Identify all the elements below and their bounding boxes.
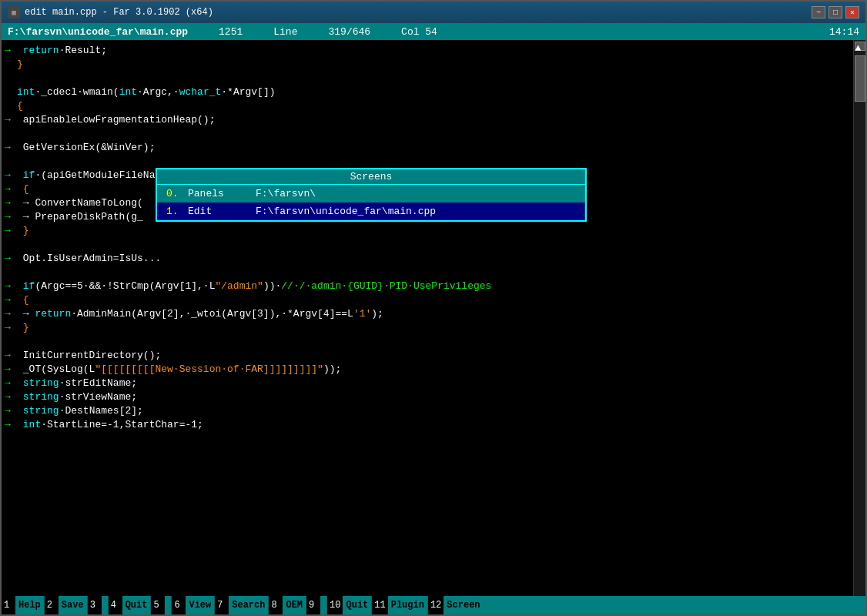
code-line: → GetVersionEx(&WinVer); bbox=[2, 140, 853, 154]
fn8-label: OEM bbox=[283, 596, 306, 614]
fn7-num: 7 bbox=[215, 596, 229, 614]
fn7-label: Search bbox=[229, 596, 268, 614]
minimize-button[interactable]: − bbox=[812, 6, 825, 18]
item-name: Edit bbox=[188, 206, 249, 217]
item-num: 0. bbox=[166, 188, 182, 199]
fn9-num: 9 bbox=[306, 596, 320, 614]
code-line: → _OT(SysLog(L"[[[[[[[[[New·Session·of·F… bbox=[2, 362, 853, 376]
code-line bbox=[2, 154, 853, 168]
fn3-key[interactable]: 3 bbox=[88, 596, 109, 614]
line-position: 319/646 bbox=[328, 26, 370, 38]
fn9-label bbox=[320, 596, 326, 614]
code-line bbox=[2, 237, 853, 251]
fn4-key[interactable]: 4 Quit bbox=[109, 596, 152, 614]
code-line: → int·StartLine=-1,StartChar=-1; bbox=[2, 417, 853, 431]
fn1-label: Help bbox=[15, 596, 44, 614]
fn11-key[interactable]: 11 Plugin bbox=[372, 596, 428, 614]
code-line bbox=[2, 71, 853, 85]
fn6-key[interactable]: 6 View bbox=[172, 596, 215, 614]
close-button[interactable]: ✕ bbox=[845, 6, 859, 18]
line-label: Line bbox=[273, 26, 297, 38]
fn6-label: View bbox=[186, 596, 214, 614]
code-line: { bbox=[2, 99, 853, 112]
screens-dialog[interactable]: Screens 0. Panels F:\farsvn\ 1. Edit F:\… bbox=[156, 168, 587, 222]
fn2-num: 2 bbox=[45, 596, 59, 614]
fn2-key[interactable]: 2 Save bbox=[45, 596, 88, 614]
fn12-label: Screen bbox=[444, 596, 483, 614]
fn3-num: 3 bbox=[88, 596, 102, 614]
fn5-label bbox=[165, 596, 171, 614]
fn5-num: 5 bbox=[151, 596, 165, 614]
code-line: → string·DestNames[2]; bbox=[2, 403, 853, 417]
item-path: F:\farsvn\unicode_far\main.cpp bbox=[256, 206, 576, 217]
code-line: → Opt.IsUserAdmin=IsUs... bbox=[2, 251, 853, 265]
fn7-key[interactable]: 7 Search bbox=[215, 596, 269, 614]
fn4-num: 4 bbox=[109, 596, 122, 614]
code-line: → { bbox=[2, 293, 853, 306]
code-line: → return·Result; bbox=[2, 43, 853, 57]
app-icon: ▦ bbox=[8, 6, 20, 18]
vertical-scrollbar[interactable]: ▲ bbox=[853, 40, 865, 596]
screens-item-edit[interactable]: 1. Edit F:\farsvn\unicode_far\main.cpp bbox=[157, 203, 585, 220]
code-line: } bbox=[2, 57, 853, 71]
code-line: int·_cdecl·wmain(int·Argc,·wchar_t·*Argv… bbox=[2, 85, 853, 99]
item-path: F:\farsvn\ bbox=[256, 188, 576, 199]
status-bar-top: F:\farsvn\unicode_far\main.cpp 1251 Line… bbox=[2, 23, 865, 40]
file-path: F:\farsvn\unicode_far\main.cpp bbox=[8, 26, 188, 38]
dialog-title: Screens bbox=[157, 169, 585, 185]
code-line: → } bbox=[2, 223, 853, 237]
code-line: → string·strEditName; bbox=[2, 376, 853, 390]
fn3-label bbox=[102, 596, 108, 614]
fn6-num: 6 bbox=[172, 596, 186, 614]
fn10-key[interactable]: 10 Quit bbox=[327, 596, 372, 614]
code-line: → InitCurrentDirectory(); bbox=[2, 348, 853, 362]
screens-item-panels[interactable]: 0. Panels F:\farsvn\ bbox=[157, 185, 585, 203]
code-line bbox=[2, 126, 853, 140]
code-line bbox=[2, 334, 853, 348]
code-line: → } bbox=[2, 320, 853, 334]
fn1-num: 1 bbox=[2, 596, 15, 614]
code-line: → apiEnableLowFragmentationHeap(); bbox=[2, 112, 853, 126]
fn5-key[interactable]: 5 bbox=[151, 596, 172, 614]
fn10-num: 10 bbox=[327, 596, 343, 614]
col-position: Col 54 bbox=[401, 26, 437, 38]
fn9-key[interactable]: 9 bbox=[306, 596, 327, 614]
file-size: 1251 bbox=[219, 26, 243, 38]
item-num: 1. bbox=[166, 206, 182, 217]
fn12-num: 12 bbox=[428, 596, 444, 614]
fn8-key[interactable]: 8 OEM bbox=[269, 596, 306, 614]
editor-content[interactable]: → return·Result; } int·_cdecl·wmain(int·… bbox=[2, 40, 853, 596]
clock: 14:14 bbox=[829, 26, 859, 38]
fn12-key[interactable]: 12 Screen bbox=[428, 596, 484, 614]
fn8-num: 8 bbox=[269, 596, 283, 614]
window-title: edit main.cpp - Far 3.0.1902 (x64) bbox=[25, 7, 213, 18]
editor-area: → return·Result; } int·_cdecl·wmain(int·… bbox=[2, 40, 865, 596]
fnkey-bar: 1 Help 2 Save 3 4 Quit 5 6 View 7 Search… bbox=[2, 596, 865, 614]
item-name: Panels bbox=[188, 188, 249, 199]
fn1-key[interactable]: 1 Help bbox=[2, 596, 45, 614]
code-line: → string·strViewName; bbox=[2, 390, 853, 403]
title-bar-controls: − □ ✕ bbox=[812, 6, 859, 18]
scrollbar-up-arrow[interactable]: ▲ bbox=[855, 42, 865, 51]
fn11-num: 11 bbox=[372, 596, 387, 614]
code-line bbox=[2, 265, 853, 279]
title-bar-left: ▦ edit main.cpp - Far 3.0.1902 (x64) bbox=[8, 6, 213, 18]
code-line: → if(Argc==5·&&·!StrCmp(Argv[1],·L"/admi… bbox=[2, 279, 853, 293]
arrow-icon: → bbox=[5, 45, 14, 56]
fn4-label: Quit bbox=[122, 596, 151, 614]
code-line: → → return·AdminMain(Argv[2],·_wtoi(Argv… bbox=[2, 306, 853, 320]
title-bar: ▦ edit main.cpp - Far 3.0.1902 (x64) − □… bbox=[2, 2, 865, 23]
fn2-label: Save bbox=[59, 596, 87, 614]
maximize-button[interactable]: □ bbox=[829, 6, 842, 18]
main-window: ▦ edit main.cpp - Far 3.0.1902 (x64) − □… bbox=[0, 0, 867, 616]
scrollbar-thumb[interactable] bbox=[855, 55, 865, 102]
fn10-label: Quit bbox=[343, 596, 371, 614]
fn11-label: Plugin bbox=[388, 596, 427, 614]
